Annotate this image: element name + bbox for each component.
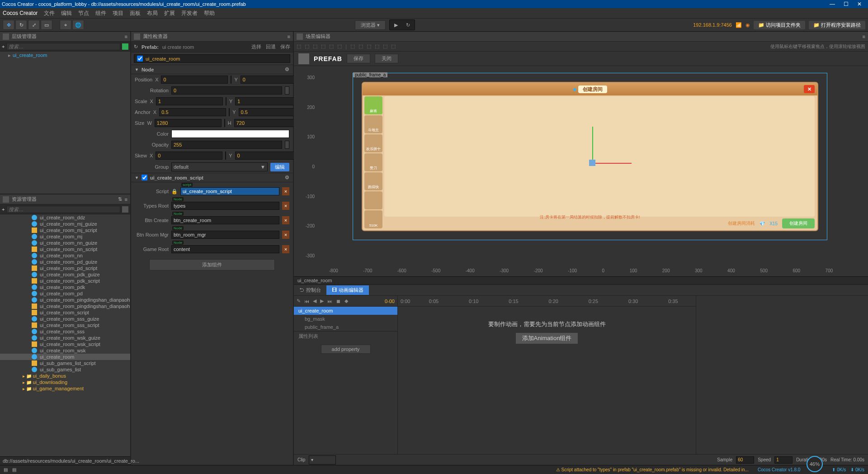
preview-close-icon[interactable]: ✕	[804, 85, 815, 93]
animation-tab[interactable]: 🎞动画编辑器	[326, 285, 369, 295]
pos-x-input[interactable]	[161, 76, 228, 84]
add-component-button[interactable]: 添加组件	[149, 259, 275, 270]
asset-item[interactable]: ui_create_room_ddz	[0, 214, 130, 221]
game-tab[interactable]: 赞刀	[364, 153, 382, 171]
asset-item[interactable]: ui_create_room_mj	[0, 233, 130, 240]
asset-item[interactable]: ui_create_room_sss_script	[0, 322, 130, 328]
rotation-input[interactable]	[171, 86, 282, 95]
align-center-icon[interactable]: ⬚	[305, 43, 309, 49]
tool-anchor[interactable]: ⌖	[60, 20, 71, 30]
asset-item[interactable]: ui_create_room_nn_script	[0, 246, 130, 252]
assets-menu-icon[interactable]: ≡	[125, 197, 127, 202]
types-ref[interactable]: types	[171, 202, 279, 210]
game-tab[interactable]: 510K	[364, 210, 382, 228]
menu-project[interactable]: 项目	[113, 9, 123, 17]
menu-layout[interactable]: 布局	[147, 9, 158, 17]
hierarchy-root-node[interactable]: ui_create_room	[0, 52, 130, 59]
anim-first-icon[interactable]: ⏮	[304, 299, 309, 304]
asset-item[interactable]: ui_create_room_wsk	[0, 347, 130, 354]
assets-filter-icon[interactable]	[122, 206, 128, 213]
script-ref[interactable]: ui_create_room_script	[180, 187, 279, 195]
clip-select[interactable]: ▾	[309, 455, 336, 465]
open-project-folder-button[interactable]: 📁 访问项目文件夹	[754, 21, 805, 29]
asset-item[interactable]: ui_create_room_pingdingshan_dianpaohu	[0, 297, 130, 303]
menu-edit[interactable]: 编辑	[61, 9, 72, 17]
menu-node[interactable]: 节点	[78, 9, 89, 17]
tool-rotate[interactable]: ↻	[15, 20, 27, 30]
dist-4-icon[interactable]: ⬚	[375, 43, 379, 49]
anim-edit-icon[interactable]: ✎	[297, 298, 301, 304]
close-button[interactable]: ✕	[853, 1, 866, 7]
scale-x-input[interactable]	[156, 97, 223, 105]
align-bottom-icon[interactable]: ⬚	[337, 43, 342, 49]
anim-next-icon[interactable]: ⏭	[327, 299, 332, 304]
btncreate-ref[interactable]: btn_create_room	[171, 216, 279, 224]
group-edit-button[interactable]: 编辑	[270, 163, 289, 171]
game-tab[interactable]	[364, 191, 382, 209]
anim-stop-icon[interactable]: ⏹	[336, 299, 341, 304]
group-select[interactable]: default▼	[171, 162, 268, 171]
minimize-button[interactable]: —	[826, 1, 839, 7]
anim-node-root[interactable]: ui_create_room	[294, 307, 397, 315]
tool-scale[interactable]: ⤢	[28, 20, 40, 30]
maximize-button[interactable]: ☐	[839, 1, 853, 7]
menu-file[interactable]: 文件	[44, 9, 55, 17]
dist-3-icon[interactable]: ⬚	[367, 43, 371, 49]
anim-event-icon[interactable]: ◆	[344, 298, 348, 304]
align-right-icon[interactable]: ⬚	[313, 43, 317, 49]
anim-node-bgmask[interactable]: bg_mask	[294, 315, 397, 323]
asset-item[interactable]: ui_create_room_pingdingshan_dianpaohu	[0, 303, 130, 309]
dist-h-icon[interactable]: ⬚	[350, 43, 355, 49]
gameroot-clear[interactable]: ×	[282, 245, 289, 253]
asset-item[interactable]: ui_create_room_wsk_script	[0, 341, 130, 347]
script-clear[interactable]: ×	[282, 187, 289, 195]
size-w-input[interactable]	[155, 119, 222, 127]
node-section-header[interactable]: Node⚙	[131, 65, 293, 74]
notification-icon[interactable]: ◉	[745, 22, 750, 28]
tool-local[interactable]: 🌐	[72, 20, 84, 30]
asset-item[interactable]: ui_create_room_pd	[0, 290, 130, 297]
scale-y-input[interactable]	[235, 97, 302, 105]
script-section-header[interactable]: ui_create_room_script⚙	[131, 173, 293, 182]
color-field[interactable]	[171, 130, 289, 138]
prefab-close-button[interactable]: 关闭	[375, 54, 398, 63]
asset-item[interactable]: ui_create_room_nn_guize	[0, 240, 130, 246]
speed-input[interactable]	[774, 456, 793, 464]
add-animation-component-button[interactable]: 添加Animation组件	[516, 333, 578, 344]
inspector-menu-icon[interactable]: ≡	[288, 34, 290, 39]
game-tab[interactable]: 斗地主	[364, 115, 382, 133]
scene-canvas[interactable]: 3002001000-100-200-300 public_frame_a ◆ …	[294, 66, 868, 276]
btnroom-ref[interactable]: btn_room_mgr	[171, 231, 279, 239]
assets-sort-icon[interactable]: ⇅	[118, 196, 122, 202]
assets-search-input[interactable]	[6, 206, 120, 213]
asset-item[interactable]: ui_create_room_wsk_guize	[0, 335, 130, 341]
hierarchy-menu-icon[interactable]: ≡	[125, 34, 127, 39]
dist-6-icon[interactable]: ⬚	[391, 43, 396, 49]
menu-panel[interactable]: 面板	[130, 9, 141, 17]
anchor-x-input[interactable]	[159, 108, 226, 116]
gameroot-ref[interactable]: content	[171, 245, 279, 253]
opacity-input[interactable]	[171, 141, 282, 149]
status-log-icon[interactable]: ▤	[12, 467, 16, 472]
reload-button[interactable]: ↻	[406, 22, 410, 28]
asset-item[interactable]: ui_create_room_script	[0, 309, 130, 316]
asset-item[interactable]: ui_create_room_pdk_script	[0, 278, 130, 284]
asset-item[interactable]: ui_create_room_pdk_guize	[0, 271, 130, 278]
node-active-checkbox[interactable]	[137, 56, 143, 62]
game-tab[interactable]: 麻将	[364, 96, 382, 114]
asset-item[interactable]: ui_create_room_nn	[0, 252, 130, 259]
tool-rect[interactable]: ▭	[41, 20, 52, 30]
asset-item[interactable]: ui_create_room_sss_guize	[0, 316, 130, 322]
btncreate-clear[interactable]: ×	[282, 216, 289, 224]
types-clear[interactable]: ×	[282, 202, 289, 210]
skew-x-input[interactable]	[156, 152, 222, 160]
hierarchy-search-input[interactable]	[6, 43, 120, 50]
asset-item[interactable]: ui_create_room_pd_script	[0, 265, 130, 271]
btnroom-clear[interactable]: ×	[282, 231, 289, 239]
link-revert[interactable]: 回退	[266, 43, 276, 50]
anim-node-frame[interactable]: public_frame_a	[294, 323, 397, 331]
prefab-save-button[interactable]: 保存	[347, 54, 370, 63]
asset-item[interactable]: ui_create_room_mj_script	[0, 227, 130, 233]
asset-folder[interactable]: ui_game_management	[0, 385, 130, 392]
hierarchy-add-icon[interactable]: +	[2, 44, 5, 49]
